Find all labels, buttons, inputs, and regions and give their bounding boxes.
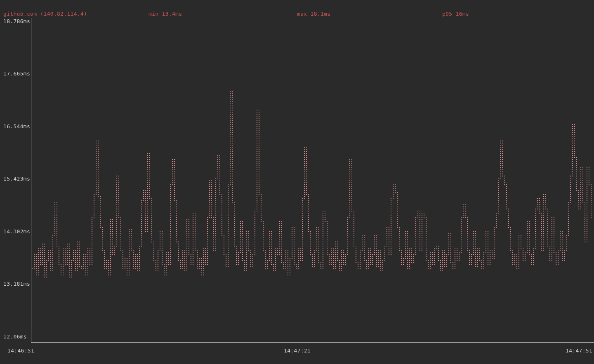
y-tick-label: 12.06ms xyxy=(3,333,27,340)
x-tick-label-middle: 14:47:21 xyxy=(284,348,311,354)
stat-min-label: min 13.4ms xyxy=(148,11,182,17)
y-tick-label: 14.302ms xyxy=(3,228,30,235)
latency-chart-canvas xyxy=(0,0,594,364)
y-tick-label: 17.665ms xyxy=(3,70,30,77)
host-label: github.com (140.82.114.4) xyxy=(3,11,87,17)
x-axis-line xyxy=(31,342,594,343)
stat-p95-label: p95 16ms xyxy=(442,11,469,17)
ping-monitor-terminal: github.com (140.82.114.4) min 13.4ms max… xyxy=(0,0,594,364)
y-axis-line xyxy=(31,18,31,343)
y-tick-label: 13.181ms xyxy=(3,281,30,287)
x-tick-label-start: 14:46:51 xyxy=(7,348,34,354)
y-tick-label: 15.423ms xyxy=(3,176,30,182)
stat-max-label: max 18.1ms xyxy=(297,11,330,17)
y-tick-label: 18.786ms xyxy=(3,18,30,24)
x-tick-label-end: 14:47:51 xyxy=(566,348,592,354)
y-tick-label: 16.544ms xyxy=(3,123,30,129)
